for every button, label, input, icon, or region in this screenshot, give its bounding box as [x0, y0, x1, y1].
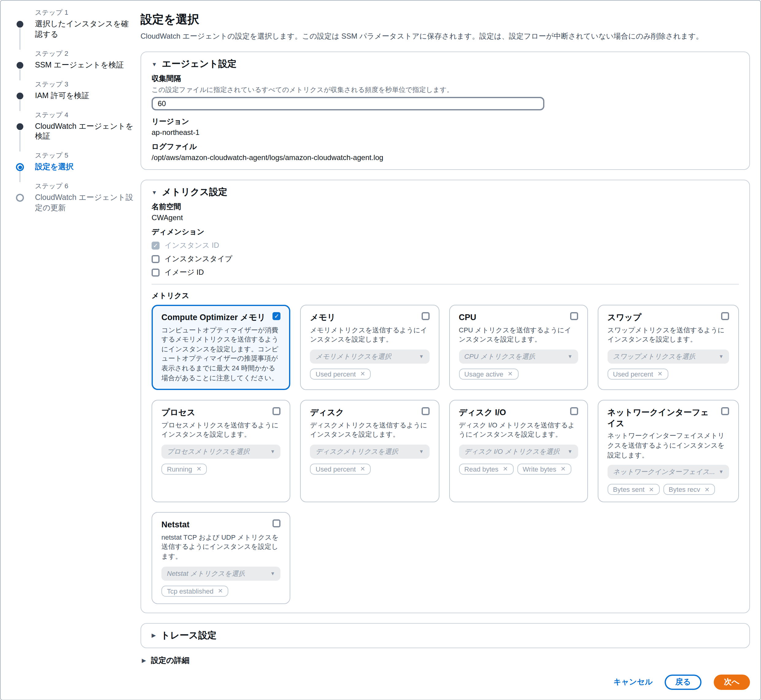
metric-checkbox[interactable] — [570, 312, 578, 320]
metric-card-compute-optimizer-memory[interactable]: Compute Optimizer メモリ コンピュートオプティマイザーが消費す… — [152, 305, 291, 390]
collection-interval-input[interactable] — [152, 97, 544, 110]
select-placeholder: プロセスメトリクスを選択 — [167, 447, 249, 456]
namespace-label: 名前空間 — [152, 202, 739, 212]
wizard-steps-nav: ステップ 1 選択したインスタンスを確認する ステップ 2 SSM エージェント… — [1, 1, 141, 699]
token: Usage active ✕ — [459, 369, 518, 380]
dimension-checkbox-instance-type[interactable]: インスタンスタイプ — [152, 254, 739, 264]
main-content: 設定を選択 CloudWatch エージェントの設定を選択します。この設定は S… — [141, 1, 760, 699]
agent-settings-expander[interactable]: ▼ エージェント設定 — [152, 58, 739, 70]
metric-card-netstat[interactable]: Netstat netstat TCP および UDP メトリクスを送信するよう… — [152, 512, 291, 604]
metric-card-cpu[interactable]: CPU CPU メトリクスを送信するようにインスタンスを設定します。 CPU メ… — [449, 305, 588, 390]
metric-card-processes[interactable]: プロセス プロセスメトリクスを送信するようにインスタンスを設定します。 プロセス… — [152, 400, 291, 502]
dismiss-icon: ✕ — [649, 486, 654, 493]
config-details-expander[interactable]: ▶ 設定の詳細 — [142, 655, 750, 666]
metric-select-disabled: メモリメトリクスを選択 ▼ — [310, 350, 430, 364]
sidebar-step-6[interactable]: ステップ 6 CloudWatch エージェント設定の更新 — [17, 181, 135, 223]
dismiss-icon: ✕ — [360, 371, 365, 377]
metric-checkbox[interactable] — [273, 519, 281, 527]
step-done-icon — [17, 62, 23, 69]
next-button[interactable]: 次へ — [713, 674, 750, 689]
dimension-label: インスタンス ID — [164, 241, 219, 251]
dimension-label: イメージ ID — [164, 267, 204, 278]
config-details-title: 設定の詳細 — [151, 655, 189, 666]
sidebar-step-4[interactable]: ステップ 4 CloudWatch エージェントを検証 — [17, 110, 135, 151]
divider — [152, 284, 739, 284]
interval-label: 収集間隔 — [152, 73, 739, 84]
metric-card-memory[interactable]: メモリ メモリメトリクスを送信するようにインスタンスを設定します。 メモリメトリ… — [301, 305, 439, 390]
caret-down-icon: ▼ — [419, 449, 424, 455]
step-number: ステップ 5 — [35, 151, 135, 160]
dimensions-group: ディメンション インスタンス ID インスタンスタイプ イメージ ID — [152, 227, 739, 278]
metric-select-disabled: ディスクメトリクスを選択 ▼ — [310, 445, 430, 459]
logfile-label: ログファイル — [152, 142, 739, 152]
metric-checkbox[interactable] — [421, 312, 429, 320]
step-done-icon — [17, 123, 23, 130]
step-label: SSM エージェントを検証 — [35, 60, 135, 70]
dimension-label: インスタンスタイプ — [164, 254, 232, 264]
dimension-checkbox-image-id[interactable]: イメージ ID — [152, 267, 739, 278]
metric-checkbox[interactable] — [273, 407, 281, 415]
metrics-grid: Compute Optimizer メモリ コンピュートオプティマイザーが消費す… — [152, 305, 739, 604]
logfile-field: ログファイル /opt/aws/amazon-cloudwatch-agent/… — [152, 142, 739, 162]
token-group: Read bytes ✕ Write bytes ✕ — [459, 464, 578, 475]
metric-card-description: ディスクメトリクスを送信するようにインスタンスを設定します。 — [310, 421, 430, 440]
step-label: 設定を選択 — [35, 162, 135, 173]
caret-down-icon: ▼ — [568, 449, 573, 455]
token: Running ✕ — [161, 464, 207, 475]
section-title: トレース設定 — [161, 630, 217, 641]
cancel-button[interactable]: キャンセル — [614, 677, 653, 687]
metric-card-description: ネットワークインターフェイスメトリクスを送信するようにインスタンスを設定します。 — [608, 431, 729, 460]
token: Used percent ✕ — [310, 369, 371, 380]
select-placeholder: Netstat メトリクスを選択 — [167, 569, 245, 578]
token-label: Write bytes — [523, 466, 556, 473]
select-placeholder: ディスク I/O メトリクスを選択 — [464, 447, 560, 456]
metric-checkbox[interactable] — [570, 407, 578, 415]
metric-card-description: ディスク I/O メトリクスを送信するようにインスタンスを設定します。 — [459, 421, 578, 440]
token-label: Bytes sent — [613, 486, 645, 493]
checkbox-unchecked-icon[interactable] — [152, 269, 160, 277]
metric-select-disabled: プロセスメトリクスを選択 ▼ — [161, 445, 281, 459]
trace-settings-expander[interactable]: ▶ トレース設定 — [152, 630, 739, 641]
metric-checkbox[interactable] — [421, 407, 429, 415]
region-label: リージョン — [152, 117, 739, 127]
metric-checkbox-checked[interactable] — [273, 312, 281, 320]
screen: ステップ 1 選択したインスタンスを確認する ステップ 2 SSM エージェント… — [0, 0, 761, 700]
token-label: Running — [167, 466, 192, 473]
checkbox-unchecked-icon[interactable] — [152, 255, 160, 263]
step-number: ステップ 1 — [35, 8, 135, 17]
metric-select-disabled: スワップメトリクスを選択 ▼ — [608, 350, 729, 364]
sidebar-step-1[interactable]: ステップ 1 選択したインスタンスを確認する — [17, 8, 135, 49]
step-done-icon — [17, 21, 23, 28]
token-label: Usage active — [464, 370, 503, 378]
metric-select-disabled: ネットワークインターフェイス... ▼ — [608, 465, 729, 479]
sidebar-step-3[interactable]: ステップ 3 IAM 許可を検証 — [17, 80, 135, 110]
sidebar-step-2[interactable]: ステップ 2 SSM エージェントを検証 — [17, 49, 135, 80]
dimension-checkbox-instance-id: インスタンス ID — [152, 241, 739, 251]
metric-card-disk-io[interactable]: ディスク I/O ディスク I/O メトリクスを送信するようにインスタンスを設定… — [449, 400, 588, 502]
sidebar-step-5[interactable]: ステップ 5 設定を選択 — [17, 151, 135, 182]
metric-card-title: ディスク I/O — [459, 407, 506, 418]
metric-card-network-interface[interactable]: ネットワークインターフェイス ネットワークインターフェイスメトリクスを送信するよ… — [598, 400, 739, 502]
metric-card-swap[interactable]: スワップ スワップメトリクスを送信するようにインスタンスを設定します。 スワップ… — [598, 305, 739, 390]
dismiss-icon: ✕ — [561, 466, 566, 472]
logfile-value: /opt/aws/amazon-cloudwatch-agent/logs/am… — [152, 153, 739, 162]
metric-card-disk[interactable]: ディスク ディスクメトリクスを送信するようにインスタンスを設定します。 ディスク… — [301, 400, 439, 502]
section-title: メトリクス設定 — [162, 186, 228, 198]
step-label: IAM 許可を検証 — [35, 91, 135, 101]
metric-card-title: メモリ — [310, 312, 336, 323]
metric-select-disabled: Netstat メトリクスを選択 ▼ — [161, 566, 281, 580]
metrics-settings-expander[interactable]: ▼ メトリクス設定 — [152, 186, 739, 198]
step-label: 選択したインスタンスを確認する — [35, 19, 135, 40]
caret-down-icon: ▼ — [719, 469, 723, 475]
select-placeholder: メモリメトリクスを選択 — [316, 352, 391, 361]
namespace-field: 名前空間 CWAgent — [152, 202, 739, 222]
back-button[interactable]: 戻る — [665, 674, 701, 689]
region-field: リージョン ap-northeast-1 — [152, 117, 739, 137]
step-label: CloudWatch エージェントを検証 — [35, 121, 135, 142]
caret-down-icon: ▼ — [419, 354, 424, 359]
metric-checkbox[interactable] — [721, 312, 729, 320]
caret-down-icon: ▼ — [719, 354, 723, 359]
step-active-icon — [16, 163, 24, 171]
metric-checkbox[interactable] — [721, 407, 729, 415]
select-placeholder: ネットワークインターフェイス... — [613, 467, 715, 477]
